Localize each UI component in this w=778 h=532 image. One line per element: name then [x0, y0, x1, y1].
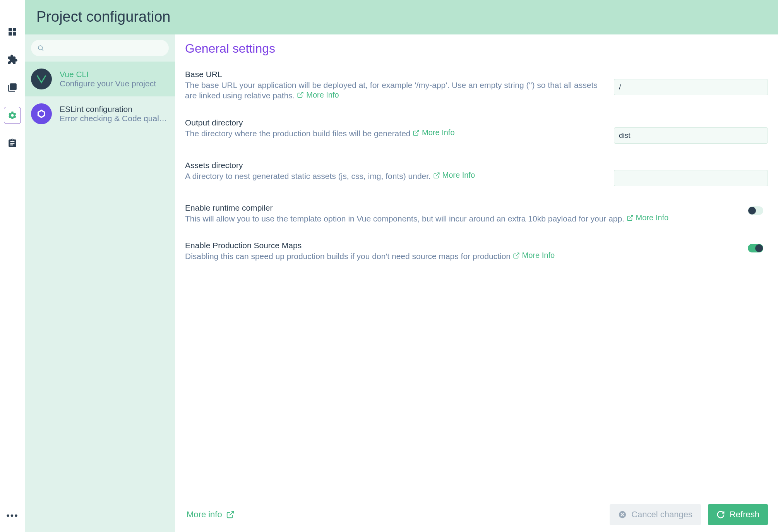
main: Project configuration _ Vue CLI Configur…	[25, 0, 778, 532]
field-description: Disabling this can speed up production b…	[185, 252, 511, 261]
vue-cli-icon: _	[31, 69, 52, 89]
config-item-eslint[interactable]: ESLint configuration Error checking & Co…	[25, 96, 175, 131]
refresh-icon	[716, 510, 725, 519]
svg-line-12	[436, 173, 439, 176]
svg-line-15	[230, 511, 233, 515]
field-base-url: Base URL The base URL your application w…	[185, 70, 768, 101]
svg-line-11	[416, 130, 419, 133]
nav-plugins[interactable]	[4, 51, 21, 68]
field-description: This will allow you to use the template …	[185, 214, 624, 223]
nav-more[interactable]: •••	[6, 510, 18, 521]
search-icon	[37, 45, 44, 51]
source-maps-toggle[interactable]	[748, 244, 763, 252]
config-item-title: Vue CLI	[60, 70, 156, 79]
output-dir-input[interactable]	[614, 127, 768, 144]
more-info-link[interactable]: More Info	[413, 128, 454, 137]
header-bar: Project configuration	[25, 0, 778, 34]
dashboard-icon	[7, 27, 17, 37]
settings-icon	[8, 111, 17, 120]
more-info-link[interactable]: More Info	[627, 213, 668, 222]
open-external-icon	[226, 510, 235, 519]
open-external-icon	[513, 252, 520, 259]
more-info-button[interactable]: More info	[185, 506, 236, 523]
config-item-vue-cli[interactable]: _ Vue CLI Configure your Vue project	[25, 62, 175, 96]
nav-dependencies[interactable]	[4, 79, 21, 96]
open-external-icon	[297, 91, 304, 98]
field-description: The base URL your application will be de…	[185, 81, 598, 100]
runtime-compiler-toggle[interactable]	[748, 206, 763, 215]
more-info-link[interactable]: More Info	[433, 171, 475, 180]
cancel-button[interactable]: Cancel changes	[610, 504, 701, 525]
svg-rect-0	[9, 28, 12, 31]
config-item-subtitle: Error checking & Code quali…	[60, 114, 169, 123]
plugin-icon	[7, 54, 18, 65]
eslint-icon	[31, 103, 52, 124]
tasks-icon	[7, 138, 17, 148]
svg-line-10	[300, 93, 303, 96]
settings-panel: General settings Base URL The base URL y…	[175, 34, 778, 532]
svg-point-5	[38, 46, 43, 50]
close-icon	[618, 510, 627, 519]
nav-rail: •••	[0, 0, 25, 532]
field-description: A directory to nest generated static ass…	[185, 172, 431, 180]
nav-configuration[interactable]	[4, 107, 21, 124]
svg-rect-3	[13, 32, 16, 36]
config-item-title: ESLint configuration	[60, 105, 169, 114]
panel-footer: More info Cancel changes Refresh	[185, 496, 768, 525]
more-info-link[interactable]: More Info	[297, 91, 339, 100]
search-input[interactable]	[48, 44, 163, 52]
field-label: Enable runtime compiler	[185, 203, 732, 213]
field-label: Base URL	[185, 70, 598, 79]
field-source-maps: Enable Production Source Maps Disabling …	[185, 241, 768, 261]
svg-line-6	[42, 49, 43, 50]
nav-tasks[interactable]	[4, 135, 21, 152]
page-title: Project configuration	[36, 9, 766, 25]
open-external-icon	[413, 129, 420, 136]
field-description: The directory where the production build…	[185, 129, 411, 138]
svg-text:_: _	[42, 75, 45, 79]
svg-line-13	[629, 215, 632, 218]
panel-heading: General settings	[185, 41, 768, 56]
field-label: Output directory	[185, 118, 598, 127]
svg-line-14	[516, 253, 519, 256]
config-sidebar: _ Vue CLI Configure your Vue project ESL…	[25, 34, 175, 532]
base-url-input[interactable]	[614, 79, 768, 95]
open-external-icon	[433, 172, 440, 179]
svg-rect-1	[13, 28, 16, 31]
dependencies-icon	[7, 82, 17, 93]
nav-dashboard[interactable]	[4, 23, 21, 40]
refresh-button[interactable]: Refresh	[708, 504, 768, 525]
field-assets-dir: Assets directory A directory to nest gen…	[185, 161, 768, 186]
config-item-subtitle: Configure your Vue project	[60, 79, 156, 88]
field-label: Assets directory	[185, 161, 598, 170]
field-label: Enable Production Source Maps	[185, 241, 732, 250]
content-row: _ Vue CLI Configure your Vue project ESL…	[25, 34, 778, 532]
field-runtime-compiler: Enable runtime compiler This will allow …	[185, 203, 768, 224]
svg-rect-2	[9, 32, 12, 36]
open-external-icon	[627, 215, 634, 221]
more-info-link[interactable]: More Info	[513, 251, 555, 260]
search-box[interactable]	[31, 40, 169, 56]
assets-dir-input[interactable]	[614, 170, 768, 186]
field-output-dir: Output directory The directory where the…	[185, 118, 768, 144]
